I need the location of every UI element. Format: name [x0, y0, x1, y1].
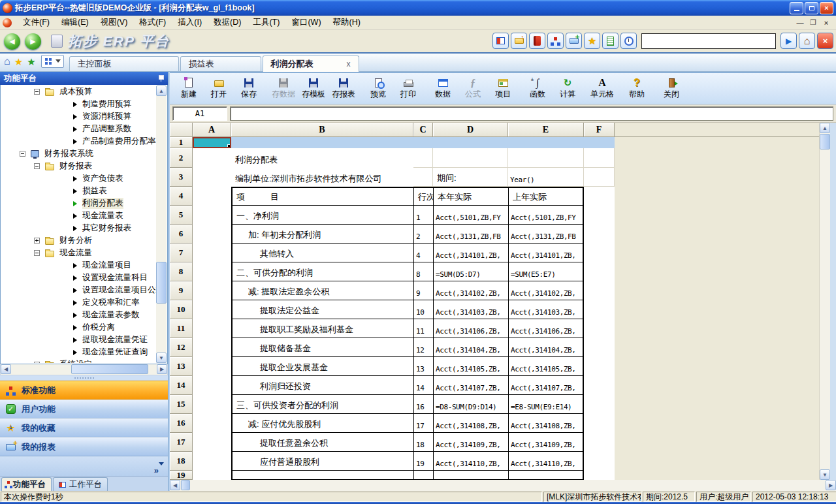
tree-item[interactable]: 产品制造费用分配率	[1, 135, 156, 148]
grid-scroll-thumb[interactable]	[820, 134, 830, 150]
row-header-19[interactable]: 19	[170, 471, 193, 480]
tree-item[interactable]: 制造费用预算	[1, 98, 156, 110]
cell-E11[interactable]: Acct(,314106,ZB,	[508, 319, 584, 338]
tree-item[interactable]: 财务报表系统	[1, 148, 156, 160]
cell-D12[interactable]: Acct(,314104,ZB,	[433, 338, 508, 357]
tree-item[interactable]: 利润分配表	[1, 197, 156, 210]
cell-C17[interactable]: 18	[413, 433, 433, 452]
add-favorite-icon[interactable]: ★	[27, 57, 35, 67]
cell-A12[interactable]	[193, 338, 231, 357]
cell-B5[interactable]: 一、净利润	[231, 206, 413, 225]
cell-A16[interactable]	[193, 414, 231, 433]
cell-F13[interactable]	[584, 357, 615, 376]
cell-B8[interactable]: 二、可供分配的利润	[231, 262, 413, 281]
cell-C4[interactable]: 行次	[413, 187, 433, 206]
tree-item[interactable]: 现金流量表	[1, 210, 156, 222]
cell-F15[interactable]	[584, 395, 615, 414]
grid-vertical-scrollbar[interactable]: ▲ ▼	[819, 123, 830, 480]
tree-scroll-thumb[interactable]	[156, 262, 167, 304]
menu-item[interactable]: 视图(V)	[95, 16, 134, 29]
cell-C2[interactable]	[413, 148, 433, 168]
tree-item[interactable]: 成本预算	[1, 86, 156, 98]
formula-input[interactable]	[230, 106, 833, 121]
clock-icon[interactable]	[620, 33, 637, 49]
cell-B1[interactable]	[231, 137, 413, 148]
collapse-icon[interactable]	[20, 151, 25, 157]
cell-B16[interactable]: 减: 应付优先股股利	[231, 414, 413, 433]
collapse-icon[interactable]	[34, 163, 40, 169]
report-list-icon[interactable]	[602, 33, 619, 49]
tree-item[interactable]: 损益表	[1, 185, 156, 197]
tree-item[interactable]: 资产负债表	[1, 172, 156, 185]
cell-A13[interactable]	[193, 357, 231, 376]
toolbar-button-打开[interactable]: 打开	[204, 74, 234, 103]
toolbar-button-存模板[interactable]: 存模板	[298, 74, 329, 103]
tree-item[interactable]: 价税分离	[1, 321, 156, 334]
cell-D1[interactable]	[433, 137, 508, 148]
cell-C11[interactable]: 11	[413, 319, 433, 338]
expand-icon[interactable]	[34, 238, 40, 244]
toolbar-button-帮助[interactable]: ?帮助	[622, 74, 652, 103]
restore-button[interactable]	[805, 2, 818, 14]
cell-C10[interactable]: 10	[413, 300, 433, 319]
cell-F3[interactable]	[584, 168, 615, 187]
cell-A7[interactable]	[193, 244, 231, 262]
cell-A10[interactable]	[193, 300, 231, 319]
cell-C14[interactable]: 14	[413, 376, 433, 395]
view-tab-损益表[interactable]: 损益表	[180, 56, 261, 71]
toolbar-button-计算[interactable]: ↻计算	[553, 74, 583, 103]
cell-F1[interactable]	[584, 137, 615, 148]
cell-E18[interactable]: Acct(,314110,ZB,	[508, 452, 584, 471]
cell-A2[interactable]	[193, 148, 231, 168]
cell-A17[interactable]	[193, 433, 231, 452]
cell-A3[interactable]	[193, 168, 231, 187]
cell-B4[interactable]: 项 目	[231, 187, 413, 206]
menu-item[interactable]: 文件(F)	[17, 16, 56, 29]
favorite-star-icon[interactable]: ★	[584, 33, 600, 49]
cell-A6[interactable]	[193, 225, 231, 244]
cell-D11[interactable]: Acct(,314106,ZB,	[433, 319, 508, 338]
cell-F4[interactable]	[584, 187, 615, 206]
cell-E7[interactable]: Acct(,314101,ZB,	[508, 244, 584, 262]
tree-item[interactable]: 提取现金流量凭证	[1, 334, 156, 346]
row-header-15[interactable]: 15	[170, 395, 193, 414]
toolbar-button-关闭[interactable]: 关闭	[656, 74, 686, 103]
fill-handle[interactable]	[227, 144, 231, 148]
row-header-4[interactable]: 4	[170, 187, 193, 206]
cell-F5[interactable]	[584, 206, 615, 225]
toolbar-button-打印[interactable]: 打印	[393, 74, 423, 103]
cell-F10[interactable]	[584, 300, 615, 319]
back-button[interactable]: ◀	[4, 33, 20, 50]
sidebar-button-标准功能[interactable]: 标准功能	[0, 381, 168, 400]
cell-B3[interactable]: 编制单位:深圳市拓步软件技术有限公司	[231, 168, 413, 187]
row-header-16[interactable]: 16	[170, 414, 193, 433]
cell-C18[interactable]: 19	[413, 452, 433, 471]
cell-B2[interactable]: 利润分配表	[231, 148, 413, 168]
sidebar-button-我的收藏[interactable]: ★我的收藏	[0, 418, 168, 437]
collapse-icon[interactable]	[34, 89, 40, 95]
row-header-11[interactable]: 11	[170, 319, 193, 338]
cell-B19[interactable]	[231, 471, 413, 480]
exit-icon[interactable]: ×	[817, 33, 833, 49]
cell-C19[interactable]	[413, 471, 433, 480]
orgchart-icon[interactable]	[547, 33, 564, 49]
toolbar-button-存报表[interactable]: 存报表	[329, 74, 359, 103]
toolbar-button-项目[interactable]: 项目	[488, 74, 518, 103]
grid-scroll-down-icon[interactable]: ▼	[820, 469, 830, 480]
cell-D2[interactable]	[433, 148, 508, 168]
notebook-icon[interactable]	[529, 33, 545, 49]
row-header-7[interactable]: 7	[170, 244, 193, 262]
tree-item[interactable]: 设置现金流量科目	[1, 272, 156, 284]
grid-scroll-right-icon[interactable]: ▶	[826, 480, 836, 490]
cell-E2[interactable]	[508, 148, 584, 168]
cell-E19[interactable]	[508, 471, 584, 480]
toolbar-button-单元格[interactable]: A单元格	[587, 74, 617, 103]
cell-D14[interactable]: Acct(,314107,ZB,	[433, 376, 508, 395]
tree-item[interactable]: 系统设定	[1, 358, 156, 363]
close-button[interactable]: ×	[820, 2, 833, 14]
grid-horizontal-scrollbar[interactable]: ◀ ▶	[170, 480, 836, 491]
row-header-12[interactable]: 12	[170, 338, 193, 357]
toolbar-button-保存[interactable]: 保存	[234, 74, 264, 103]
cell-F9[interactable]	[584, 281, 615, 300]
platform-tab-功能平台[interactable]: 功能平台	[1, 477, 52, 491]
